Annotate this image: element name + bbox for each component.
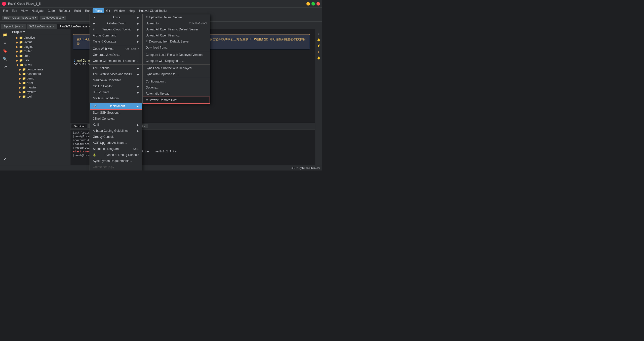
azure-icon: ☁ (93, 16, 96, 19)
tools-item-jshell[interactable]: JShell Console... (90, 116, 142, 122)
tree-item-error[interactable]: ▶📁 error (10, 81, 70, 85)
left-icon-bar: 📁 ≡ 🔖 🔍 ⎇ ✔ ⚙ (0, 29, 10, 170)
title-bar: RuoYi-Cloud-PlusA_1_5 (0, 0, 322, 8)
project-badge[interactable]: RuoYi-Cloud-PlusA_1_5 ▾ (2, 16, 38, 20)
project-tree: ▶📁 directive ▶📁 layout ▶📁 plugins ▶📁 rou… (10, 35, 70, 170)
menu-code[interactable]: Code (46, 9, 57, 13)
deploy-upload-all[interactable]: Upload All Open Files to Default Server (143, 26, 210, 32)
deploy-sync-subtree[interactable]: Sync Local Subtree with Deployed (143, 65, 210, 71)
deploy-browse-remote[interactable]: ≡ Browse Remote Host (143, 97, 210, 104)
menu-view[interactable]: View (19, 9, 30, 13)
right-icon-5[interactable]: 🔔 (316, 55, 321, 60)
right-icon-4[interactable]: ● (316, 49, 321, 54)
structure-icon[interactable]: ≡ (2, 39, 9, 46)
right-icon-2[interactable]: 🔔 (316, 37, 321, 42)
tree-item-components[interactable]: ▶📁 components (10, 67, 70, 72)
tools-item-kotlin[interactable]: Kotlin ▶ (90, 122, 142, 128)
right-icon-3[interactable]: ⚡ (316, 43, 321, 48)
tree-item-directive[interactable]: ▶📁 directive (10, 35, 70, 40)
deploy-download-default[interactable]: ⬇ Download from Default Server (143, 38, 210, 45)
menu-run[interactable]: Run (83, 9, 93, 13)
tree-item-utils[interactable]: ▶📁 utils (10, 58, 70, 63)
tools-item-copilot[interactable]: GitHub Copilot ▶ (90, 83, 142, 89)
deploy-options[interactable]: Options... (143, 84, 210, 91)
deployment-submenu: ⬆ Upload to Default Server Upload to... … (142, 14, 210, 104)
tools-item-deployment[interactable]: 🚀 Deployment ▶ (90, 103, 142, 110)
find-icon[interactable]: 🔍 (2, 55, 9, 62)
todo-icon[interactable]: ✔ (2, 155, 9, 162)
deploy-auto-upload[interactable]: Automatic Upload (143, 91, 210, 97)
tree-item-store[interactable]: ▶📁 store (10, 54, 70, 58)
tools-item-markdown[interactable]: Markdown Converter (90, 77, 142, 83)
tree-item-dashboard[interactable]: ▶📁 dashboard (10, 72, 70, 76)
menu-build[interactable]: Build (72, 9, 83, 13)
terminal-tab-main[interactable]: Terminal (71, 124, 87, 128)
tree-item-plugins[interactable]: ▶📁 plugins (10, 45, 70, 49)
app-logo (2, 2, 6, 6)
menu-git[interactable]: Git (104, 9, 112, 13)
tools-item-codewithme[interactable]: Code With Me... Ctrl+Shift+Y (90, 46, 142, 52)
tree-item-router[interactable]: ▶📁 router (10, 49, 70, 54)
tab-satokendao[interactable]: SaTokenDao.java × (27, 24, 57, 29)
menu-file[interactable]: File (1, 9, 10, 13)
project-name: RuoYi-Cloud-PlusA_1_5 (8, 2, 306, 6)
tree-item-monitor[interactable]: ▶📁 monitor (10, 85, 70, 90)
menu-huawei[interactable]: Huawei Cloud Toolkit (137, 9, 169, 13)
tree-item-views[interactable]: ▼📁 views (10, 63, 70, 67)
deploy-upload-all-to[interactable]: Upload All Open Files to... (143, 32, 210, 38)
menu-edit[interactable]: Edit (10, 9, 19, 13)
tools-item-mybatis[interactable]: MyBatis Log Plugin (90, 95, 142, 101)
tree-item-system[interactable]: ▶📁 system (10, 90, 70, 94)
tools-item-alibabacoding[interactable]: Alibaba Coding Guidelines ▶ (90, 128, 142, 134)
tree-item-layout[interactable]: ▶📁 layout (10, 40, 70, 45)
deploy-upload-to[interactable]: Upload to... Ctrl+Alt+Shift+X (143, 20, 210, 26)
tools-item-sequence[interactable]: Sequence Diagram Alt+S (90, 146, 142, 152)
deploy-configuration[interactable]: Configuration... (143, 78, 210, 84)
deploy-upload-default[interactable]: ⬆ Upload to Default Server (143, 14, 210, 20)
tools-item-alibaba[interactable]: ◆ Alibaba Cloud ▶ (90, 20, 142, 26)
deploy-sep1 (143, 51, 210, 51)
right-icon-1[interactable]: ≡ (316, 31, 321, 36)
menu-bar: File Edit View Navigate Code Refactor Bu… (0, 8, 322, 14)
git-icon[interactable]: ⎇ (2, 63, 9, 70)
menu-navigate[interactable]: Navigate (30, 9, 46, 13)
menu-window[interactable]: Window (112, 9, 127, 13)
menu-help[interactable]: Help (127, 9, 137, 13)
tools-item-http[interactable]: HTTP Client ▶ (90, 89, 142, 95)
bookmarks-icon[interactable]: 🔖 (2, 47, 9, 54)
menu-refactor[interactable]: Refactor (57, 9, 72, 13)
alibaba-icon: ◆ (93, 22, 95, 25)
tools-item-javadoc[interactable]: Generate JavaDoc... (90, 52, 142, 58)
tab-plussatokendao[interactable]: PlusSaTokenDao.java × (57, 24, 93, 29)
tools-item-tencent[interactable]: ⚙ Tencent Cloud Toolkit ▶ (90, 26, 142, 32)
tree-item-demo[interactable]: ▶📁 demo (10, 76, 70, 81)
window-controls (306, 2, 320, 6)
project-icon[interactable]: 📁 (2, 31, 9, 38)
tools-item-xml[interactable]: XML Actions ▶ (90, 65, 142, 71)
deploy-compare-with[interactable]: Compare with Deployed to ... (143, 58, 210, 64)
deploy-compare-local[interactable]: Compare Local File with Deployed Version (143, 52, 210, 58)
tools-item-syncpython[interactable]: Sync Python Requirements... (90, 158, 142, 164)
deploy-download-from[interactable]: Download from... (143, 45, 210, 51)
close-button[interactable] (316, 2, 320, 6)
tab-stplogic[interactable]: StpLogic.java × (1, 24, 26, 29)
tools-item-agp[interactable]: AGP Upgrade Assistant... (90, 140, 142, 146)
deploy-sep2 (143, 64, 210, 65)
tools-item-xmlws[interactable]: XML WebServices and WSDL ▶ (90, 71, 142, 77)
tools-item-cmdlauncher[interactable]: Create Command-line Launcher... (90, 58, 142, 64)
minimize-button[interactable] (306, 2, 310, 6)
maximize-button[interactable] (311, 2, 315, 6)
branch-badge[interactable]: ⎇ dev2023613 ▾ (40, 16, 66, 20)
tools-item-ssh[interactable]: Start SSH Session... (90, 110, 142, 116)
tools-item-arthas[interactable]: Arthas Command ▶ (90, 32, 142, 38)
menu-tools[interactable]: Tools (93, 8, 104, 13)
panel-title: Project ▾ (12, 30, 25, 34)
tools-item-tasks[interactable]: Tasks & Contexts ▶ (90, 38, 142, 45)
tools-item-azure[interactable]: ☁ Azure ▶ (90, 14, 142, 20)
tree-item-tool[interactable]: ▶📁 tool (10, 94, 70, 99)
tools-item-python[interactable]: 🐍 Python or Debug Console (90, 152, 142, 158)
deploy-sync-with[interactable]: Sync with Deployed to ... (143, 71, 210, 77)
tools-item-createsetup: Create setup.py (90, 164, 142, 170)
tools-item-groovy[interactable]: Groovy Console (90, 134, 142, 140)
tools-item-runsetup: Run setup.py Task... (90, 170, 142, 170)
